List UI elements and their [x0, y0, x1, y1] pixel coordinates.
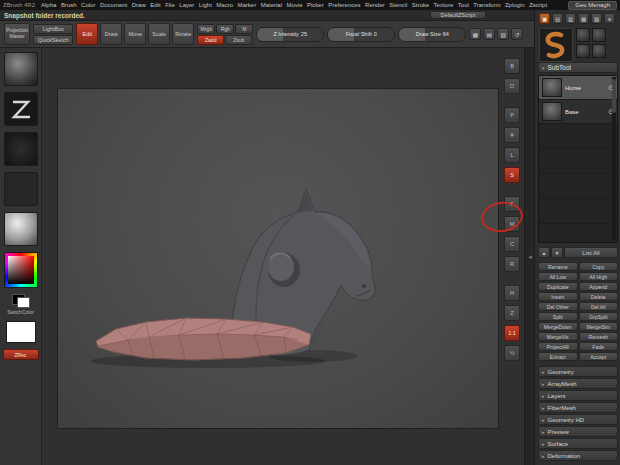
paint-toggle[interactable]: M: [235, 24, 253, 34]
subtool-action-button[interactable]: Del All: [579, 302, 619, 311]
subtool-action-button[interactable]: Rename: [538, 262, 578, 271]
right-shelf-icon[interactable]: P: [504, 107, 520, 123]
subtool-action-button[interactable]: Accept: [579, 352, 619, 361]
menu-item[interactable]: Stencil: [389, 2, 407, 8]
palette-section[interactable]: ▸ Preview: [538, 426, 618, 437]
subtool-action-button[interactable]: Duplicate: [538, 282, 578, 291]
right-shelf-icon[interactable]: F: [504, 196, 520, 212]
tool-thumbnail[interactable]: [592, 44, 606, 58]
subtool-action-button[interactable]: Remesh: [579, 332, 619, 341]
subtool-action-button[interactable]: MergeSim: [579, 322, 619, 331]
base-subtool[interactable]: [96, 318, 311, 360]
palette-section[interactable]: ▸ FiberMesh: [538, 402, 618, 413]
menu-item[interactable]: Draw: [132, 2, 146, 8]
right-shelf-icon[interactable]: 1:1: [504, 325, 520, 341]
color-picker-sv[interactable]: [8, 256, 34, 284]
mode-button[interactable]: Draw: [100, 23, 122, 45]
menu-item[interactable]: Preferences: [328, 2, 360, 8]
menu-item[interactable]: Picker: [307, 2, 324, 8]
subtool-action-button[interactable]: GrpSplit: [579, 312, 619, 321]
scrollbar-thumb[interactable]: [612, 79, 616, 113]
tray-icon[interactable]: ≡: [604, 13, 615, 24]
tray-icon[interactable]: ▤: [552, 13, 563, 24]
right-shelf-icon[interactable]: L: [504, 147, 520, 163]
subtool-action-button[interactable]: Del Other: [538, 302, 578, 311]
subtool-down-button[interactable]: ▼: [551, 247, 563, 258]
subtool-action-button[interactable]: Delete: [579, 292, 619, 301]
menu-item[interactable]: Marker: [238, 2, 257, 8]
right-shelf-icon[interactable]: ½: [504, 345, 520, 361]
shelf-icon[interactable]: ↺: [511, 28, 523, 40]
right-shelf-icon[interactable]: R: [504, 256, 520, 272]
menu-item[interactable]: Brush: [61, 2, 77, 8]
subtool-action-button[interactable]: MergeVis: [538, 332, 578, 341]
right-shelf-icon[interactable]: Z: [504, 305, 520, 321]
menu-item[interactable]: Light: [199, 2, 212, 8]
menu-item[interactable]: Movie: [287, 2, 303, 8]
alpha-thumbnail[interactable]: [4, 132, 38, 166]
subtool-item[interactable]: Base ⊙: [539, 100, 617, 124]
subtool-up-button[interactable]: ▲: [538, 247, 550, 258]
shelf-icon[interactable]: ▤: [483, 28, 495, 40]
right-shelf-icon[interactable]: M: [504, 216, 520, 232]
right-shelf-icon[interactable]: S: [504, 167, 520, 183]
active-color-swatch[interactable]: [6, 321, 36, 343]
right-shelf-icon[interactable]: C: [504, 236, 520, 252]
subtool-action-button[interactable]: Fade: [579, 342, 619, 351]
list-all-button[interactable]: List All: [564, 247, 618, 258]
subtool-action-button[interactable]: All Low: [538, 272, 578, 281]
default-zscript-button[interactable]: DefaultZScript: [430, 11, 486, 19]
menu-item[interactable]: Material: [261, 2, 282, 8]
menu-item[interactable]: Document: [100, 2, 127, 8]
viewport-model[interactable]: [58, 89, 498, 428]
subtool-action-button[interactable]: MergeDown: [538, 322, 578, 331]
tool-thumbnail[interactable]: [576, 44, 590, 58]
mode-button[interactable]: Rotate: [172, 23, 194, 45]
projection-master-button[interactable]: Projection Master: [4, 23, 30, 45]
subtool-scrollbar[interactable]: [612, 77, 616, 241]
mode-button[interactable]: Scale: [148, 23, 170, 45]
subtool-action-button[interactable]: Extract: [538, 352, 578, 361]
menu-item[interactable]: Texture: [434, 2, 454, 8]
menu-item[interactable]: Color: [81, 2, 95, 8]
palette-section[interactable]: ▸ ArrayMesh: [538, 378, 618, 389]
right-shelf-icon[interactable]: H: [504, 285, 520, 301]
subtool-action-button[interactable]: All High: [579, 272, 619, 281]
subtool-action-button[interactable]: Split: [538, 312, 578, 321]
menu-item[interactable]: Alpha: [41, 2, 56, 8]
right-shelf-icon[interactable]: #: [504, 127, 520, 143]
mode-button[interactable]: Move: [124, 23, 146, 45]
lightbox-button[interactable]: LightBox: [33, 24, 73, 34]
palette-section[interactable]: ▸ Layers: [538, 390, 618, 401]
menu-item[interactable]: Macro: [216, 2, 233, 8]
shelf-icon[interactable]: ▧: [497, 28, 509, 40]
document-canvas[interactable]: [57, 88, 499, 429]
subtool-header[interactable]: ▾ SubTool: [538, 62, 618, 73]
palette-section[interactable]: ▸ Surface: [538, 438, 618, 449]
shelf-slider[interactable]: Draw Size 64: [398, 27, 466, 42]
menu-item[interactable]: Render: [365, 2, 385, 8]
primary-alt-color-swatch[interactable]: [17, 297, 30, 308]
texture-thumbnail[interactable]: [4, 172, 38, 206]
menu-item[interactable]: Zscript: [529, 2, 547, 8]
palette-section[interactable]: ▸ Geometry HD: [538, 414, 618, 425]
record-indicator[interactable]: ZRec: [3, 349, 39, 360]
menu-item[interactable]: Stroke: [412, 2, 429, 8]
menu-item[interactable]: Tool: [458, 2, 469, 8]
right-shelf-icon[interactable]: O: [504, 78, 520, 94]
menu-item[interactable]: Transform: [473, 2, 500, 8]
shelf-slider[interactable]: Focal Shift 0: [327, 27, 395, 42]
menu-item[interactable]: File: [165, 2, 175, 8]
sculpt-toggle[interactable]: Zsub: [225, 35, 252, 45]
tray-icon[interactable]: ▥: [565, 13, 576, 24]
subtool-action-button[interactable]: ProjectAll: [538, 342, 578, 351]
mode-button[interactable]: Edit: [76, 23, 98, 45]
tray-icon[interactable]: ▧: [591, 13, 602, 24]
paint-toggle[interactable]: Mrgb: [197, 24, 215, 34]
palette-section[interactable]: ▸ Deformation: [538, 450, 618, 461]
subtool-action-button[interactable]: Insert: [538, 292, 578, 301]
material-thumbnail[interactable]: [4, 212, 38, 246]
shelf-slider[interactable]: Z Intensity 25: [256, 27, 324, 42]
switch-color-swatches[interactable]: [12, 294, 30, 308]
shelf-icon[interactable]: ▦: [469, 28, 481, 40]
